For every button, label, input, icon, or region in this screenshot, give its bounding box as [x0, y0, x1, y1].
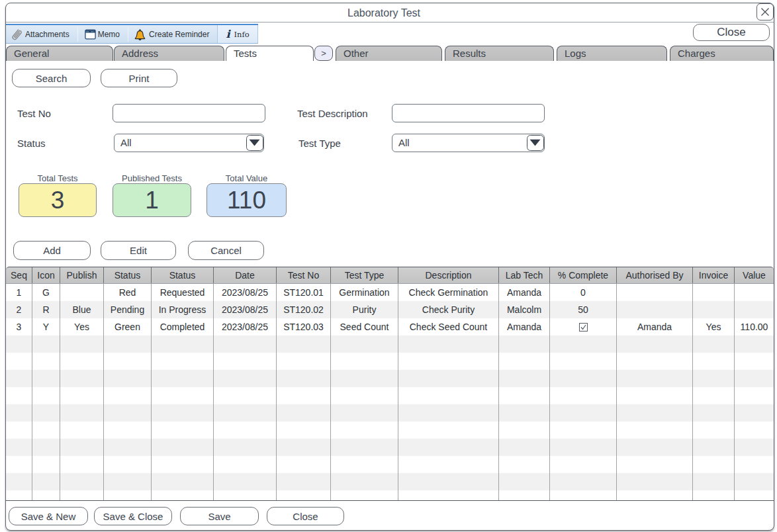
- cell-status[interactable]: Completed: [152, 318, 214, 335]
- cancel-button[interactable]: Cancel: [188, 241, 264, 260]
- cell-test-type: [331, 353, 398, 370]
- cell-test-type: [331, 387, 398, 404]
- cell-test-type: [331, 335, 398, 353]
- cell-publish[interactable]: Yes: [60, 318, 104, 335]
- info-button[interactable]: i Info: [217, 25, 258, 43]
- test-description-input[interactable]: [392, 104, 545, 122]
- cell-date[interactable]: 2023/08/25: [214, 301, 277, 318]
- cell-invoice[interactable]: Yes: [693, 318, 735, 335]
- cell-publish[interactable]: [60, 284, 104, 301]
- cell-status: [152, 387, 214, 404]
- tab-results[interactable]: Results: [445, 46, 554, 61]
- tab-general[interactable]: General: [6, 46, 113, 61]
- cell-test-type[interactable]: Seed Count: [331, 318, 398, 335]
- cell--complete[interactable]: 50: [550, 301, 617, 318]
- cell-lab-tech: [499, 353, 550, 370]
- table-empty-row: [6, 387, 774, 404]
- edit-button[interactable]: Edit: [101, 241, 176, 260]
- cell-value[interactable]: [735, 284, 774, 301]
- cell-seq: [6, 370, 32, 387]
- cell-publish[interactable]: Blue: [60, 301, 104, 318]
- cell-invoice: [693, 439, 735, 456]
- cell-date[interactable]: 2023/08/25: [214, 318, 277, 335]
- cell-authorised-by[interactable]: Amanda: [617, 318, 693, 335]
- cell-test-type[interactable]: Purity: [331, 301, 398, 318]
- cell-test-no[interactable]: ST120.01: [277, 284, 331, 301]
- cell-value[interactable]: 110.00: [735, 318, 774, 335]
- cell-description[interactable]: Check Germination: [398, 284, 499, 301]
- cell-authorised-by: [617, 456, 693, 473]
- tab-scroll-button[interactable]: >: [314, 46, 333, 61]
- cell-lab-tech: [499, 456, 550, 473]
- cell-icon[interactable]: G: [32, 284, 60, 301]
- cell-status: [152, 439, 214, 456]
- cell-icon[interactable]: Y: [32, 318, 60, 335]
- cell-authorised-by[interactable]: [617, 284, 693, 301]
- cell-test-no[interactable]: ST120.02: [277, 301, 331, 318]
- close-button-top[interactable]: Close: [693, 24, 770, 41]
- save-button[interactable]: Save: [180, 507, 259, 525]
- status-dropdown-button[interactable]: [246, 135, 263, 152]
- table-row[interactable]: 1GRedRequested2023/08/25ST120.01Germinat…: [6, 284, 774, 301]
- cell-seq[interactable]: 3: [6, 318, 32, 335]
- cell-description[interactable]: Check Purity: [398, 301, 499, 318]
- cell-seq[interactable]: 2: [6, 301, 32, 318]
- cell-description[interactable]: Check Seed Count: [398, 318, 499, 335]
- cell--complete[interactable]: [550, 318, 617, 335]
- cell-authorised-by[interactable]: [617, 301, 693, 318]
- cell-date: [214, 335, 277, 353]
- cell-seq[interactable]: 1: [6, 284, 32, 301]
- test-type-select[interactable]: All: [392, 134, 545, 152]
- cell-value: [735, 353, 774, 370]
- cell-status[interactable]: Requested: [152, 284, 214, 301]
- title-bar: Laboratory Test: [6, 3, 774, 22]
- cell-publish: [60, 473, 104, 490]
- cell-date[interactable]: 2023/08/25: [214, 284, 277, 301]
- cell-lab-tech: [499, 370, 550, 387]
- cell-value[interactable]: [735, 301, 774, 318]
- add-button[interactable]: Add: [13, 241, 91, 260]
- cell-status[interactable]: In Progress: [152, 301, 214, 318]
- cell-status[interactable]: Green: [104, 318, 152, 335]
- complete-checkbox[interactable]: [579, 323, 588, 332]
- create-reminder-button[interactable]: Create Reminder: [128, 25, 214, 43]
- cell-status[interactable]: Red: [104, 284, 152, 301]
- cell-lab-tech[interactable]: Amanda: [499, 318, 550, 335]
- print-button[interactable]: Print: [101, 69, 177, 87]
- tab-address[interactable]: Address: [114, 46, 224, 61]
- tab-logs[interactable]: Logs: [557, 46, 667, 61]
- tab-tests[interactable]: Tests: [226, 46, 314, 61]
- search-button[interactable]: Search: [12, 69, 91, 87]
- cell-invoice[interactable]: [693, 301, 735, 318]
- save-close-button[interactable]: Save & Close: [94, 507, 172, 525]
- cell-lab-tech[interactable]: Malcolm: [499, 301, 550, 318]
- cell--complete: [550, 335, 617, 353]
- cell-lab-tech[interactable]: Amanda: [499, 284, 550, 301]
- window-close-button[interactable]: [756, 3, 774, 21]
- cell-test-no[interactable]: ST120.03: [277, 318, 331, 335]
- cell-test-no: [277, 370, 331, 387]
- cell--complete[interactable]: 0: [550, 284, 617, 301]
- test-no-input[interactable]: [113, 104, 265, 122]
- tab-charges[interactable]: Charges: [670, 46, 774, 61]
- cell-icon[interactable]: R: [32, 301, 60, 318]
- status-select[interactable]: All: [114, 134, 264, 152]
- cell--complete: [550, 456, 617, 473]
- cell-test-type[interactable]: Germination: [331, 284, 398, 301]
- cell-invoice[interactable]: [693, 284, 735, 301]
- memo-button[interactable]: Memo: [78, 25, 128, 43]
- cell-seq: [6, 387, 32, 404]
- close-button-bottom[interactable]: Close: [267, 507, 344, 525]
- save-new-button[interactable]: Save & New: [9, 507, 88, 525]
- cell-status[interactable]: Pending: [104, 301, 152, 318]
- cell-publish: [60, 404, 104, 421]
- cell-value: [735, 421, 774, 439]
- column-header: Publish: [60, 267, 104, 283]
- test-type-dropdown-button[interactable]: [527, 135, 544, 152]
- attachments-button[interactable]: Attachments: [6, 25, 77, 43]
- laboratory-test-window: Laboratory Test Attachments: [5, 3, 774, 531]
- table-row[interactable]: 2RBluePendingIn Progress2023/08/25ST120.…: [6, 301, 774, 318]
- tab-other[interactable]: Other: [336, 46, 442, 61]
- toolbar: Attachments Memo: [6, 24, 258, 44]
- table-row[interactable]: 3YYesGreenCompleted2023/08/25ST120.03See…: [6, 318, 774, 335]
